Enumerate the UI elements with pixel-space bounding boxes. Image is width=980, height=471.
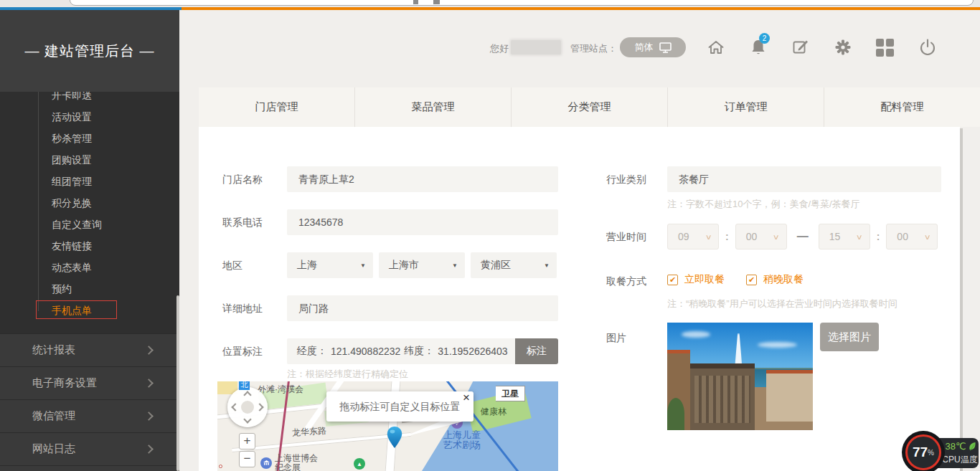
open-hour-select[interactable]: 09∨ — [667, 224, 719, 249]
sidebar-item-custom-query[interactable]: 自定义查询 — [0, 214, 179, 235]
pickup-now-checkbox[interactable]: ✔ — [667, 275, 678, 285]
pickup-later-checkbox[interactable]: ✔ — [746, 275, 757, 285]
map-label-expo: 上海世博会 纪念展 — [275, 454, 318, 471]
map-type-satellite-button[interactable]: 卫星 — [496, 386, 525, 401]
infowindow-close-icon[interactable]: × — [463, 383, 470, 413]
sidebar-section-partial — [0, 465, 179, 471]
image-label: 图片 — [606, 332, 626, 345]
map-pan-control[interactable] — [227, 387, 268, 427]
sidebar-item-dynamic-form[interactable]: 动态表单 — [0, 257, 179, 278]
close-hour-select[interactable]: 15∨ — [819, 224, 870, 249]
sidebar-item-points[interactable]: 积分兑换 — [0, 192, 179, 214]
pan-center-dot[interactable] — [241, 401, 254, 414]
chevron-down-icon: ∨ — [773, 233, 780, 241]
business-hours-row: 09∨ : 00∨ — 15∨ : 00∨ — [667, 224, 938, 249]
sidebar-item-activity[interactable]: 活动设置 — [0, 106, 179, 128]
tab-store-management[interactable]: 门店管理 — [199, 87, 355, 127]
location-note: 注：根据经纬度进行精确定位 — [287, 368, 408, 381]
pickup-note: 注：“稍晚取餐”用户可以选择在营业时间内选择取餐时间 — [667, 298, 897, 310]
sidebar-item-links[interactable]: 友情链接 — [0, 235, 179, 257]
coordinates-box[interactable]: 经度： 121.490882232 纬度： 31.1952626403 — [287, 338, 515, 364]
browser-address-bar[interactable] — [70, 0, 974, 6]
infowindow-text: 拖动标注可自定义目标位置 — [340, 401, 461, 412]
zoom-out-button[interactable]: − — [239, 451, 255, 467]
section-label: 电子商务设置 — [32, 376, 97, 390]
open-minute-select[interactable]: 00∨ — [735, 224, 787, 249]
longitude-label: 经度： — [297, 345, 327, 358]
notifications-bell-icon[interactable]: 2 — [749, 38, 768, 57]
close-minute-select[interactable]: 00∨ — [886, 224, 938, 249]
zoom-in-button[interactable]: + — [239, 433, 255, 449]
content-scrollbar[interactable] — [960, 128, 963, 471]
gauge-ring: 77% — [905, 434, 941, 470]
map-pin-marker[interactable] — [386, 426, 403, 452]
section-label: 微信管理 — [32, 409, 75, 423]
tab-ingredient-management[interactable]: 配料管理 — [824, 87, 980, 127]
pan-right-arrow[interactable] — [255, 403, 263, 411]
industry-input[interactable]: 茶餐厅 — [667, 166, 941, 192]
caret-down-icon: ▼ — [452, 262, 458, 269]
choose-image-button[interactable]: 选择图片 — [820, 323, 879, 351]
language-switch-button[interactable]: 简体 — [620, 37, 686, 57]
district-select[interactable]: 黄浦区▼ — [471, 252, 557, 278]
form-panel: 门店名称 青青原上草2 联系电话 12345678 地区 上海▼ 上海市▼ 黄浦… — [199, 127, 960, 471]
theater-line2: 艺术剧场 — [443, 439, 481, 450]
sidebar-section-logs[interactable]: 网站日志 — [0, 432, 179, 465]
pickup-now-label[interactable]: 立即取餐 — [684, 273, 725, 286]
manage-site-label: 管理站点： — [570, 42, 617, 55]
province-select[interactable]: 上海▼ — [287, 252, 373, 278]
sidebar-item-groupbuy[interactable]: 团购设置 — [0, 149, 179, 171]
cpu-usage-gauge[interactable]: 77% — [902, 431, 945, 471]
sidebar-scrollbar[interactable] — [176, 295, 179, 471]
map-label-park: 健康林 — [481, 406, 507, 418]
grid-square — [886, 39, 894, 47]
settings-gear-icon[interactable] — [834, 38, 852, 57]
home-icon[interactable] — [707, 38, 725, 57]
store-name-label: 门店名称 — [222, 173, 263, 186]
chevron-right-icon — [144, 444, 154, 454]
tab-bar: 门店管理 菜品管理 分类管理 订单管理 配料管理 — [199, 87, 980, 127]
sidebar-section-wechat[interactable]: 微信管理 — [0, 399, 179, 432]
power-logout-icon[interactable] — [918, 38, 937, 57]
caret-down-icon: ▼ — [360, 262, 366, 269]
photo-cloud — [758, 342, 797, 348]
expo-line1: 上海世博会 — [275, 453, 318, 463]
chevron-down-icon: ∨ — [856, 233, 863, 241]
pan-up-arrow[interactable] — [243, 391, 251, 399]
map-label-road: 龙华东路 — [291, 424, 326, 439]
business-hours-label: 营业时间 — [606, 231, 646, 244]
language-label: 简体 — [635, 41, 654, 54]
sidebar-section-reports[interactable]: 统计报表 — [0, 333, 179, 366]
mark-location-button[interactable]: 标注 — [515, 338, 558, 364]
location-label: 位置标注 — [222, 346, 263, 358]
province-value: 上海 — [297, 259, 317, 272]
store-name-input[interactable]: 青青原上草2 — [287, 166, 558, 192]
edit-icon[interactable] — [791, 38, 810, 57]
tab-category-management[interactable]: 分类管理 — [512, 87, 668, 127]
sidebar-item-group[interactable]: 组团管理 — [0, 171, 179, 192]
longitude-value: 121.490882232 — [331, 346, 400, 357]
pan-down-arrow[interactable] — [243, 415, 251, 423]
pickup-method-label: 取餐方式 — [606, 275, 646, 288]
apps-grid-icon[interactable] — [876, 38, 895, 57]
tab-dish-management[interactable]: 菜品管理 — [355, 87, 512, 127]
open-minute-value: 00 — [746, 231, 758, 242]
region-label: 地区 — [222, 260, 242, 272]
address-input[interactable]: 局门路 — [287, 295, 558, 321]
sidebar-item-seckill[interactable]: 秒杀管理 — [0, 128, 179, 149]
city-select[interactable]: 上海市▼ — [379, 252, 465, 278]
industry-note: 注：字数不超过10个字，例：美食/粤菜/茶餐厅 — [667, 198, 860, 211]
sidebar-sections: 统计报表 电子商务设置 微信管理 网站日志 — [0, 333, 179, 471]
phone-input[interactable]: 12345678 — [287, 209, 558, 235]
pan-left-arrow[interactable] — [231, 403, 239, 411]
pickup-later-label[interactable]: 稍晚取餐 — [763, 273, 804, 286]
tab-order-management[interactable]: 订单管理 — [668, 87, 824, 127]
cpu-percent-value: 77 — [913, 444, 928, 460]
sidebar-item-reservation[interactable]: 预约 — [0, 278, 179, 300]
selection-annotation-box — [36, 300, 117, 319]
map-widget[interactable]: 外滩·湾璞会 龙华东路 上海世博会 纪念展 ▲ 健康林 ♪ 上海儿童 艺术剧场 — [217, 381, 558, 471]
sidebar-section-ecommerce[interactable]: 电子商务设置 — [0, 366, 179, 399]
sidebar: 开卡即送 活动设置 秒杀管理 团购设置 组团管理 积分兑换 自定义查询 友情链接… — [0, 10, 179, 471]
browser-text-fragment — [413, 0, 418, 4]
photo-poi-icon: ▲ — [354, 458, 365, 470]
